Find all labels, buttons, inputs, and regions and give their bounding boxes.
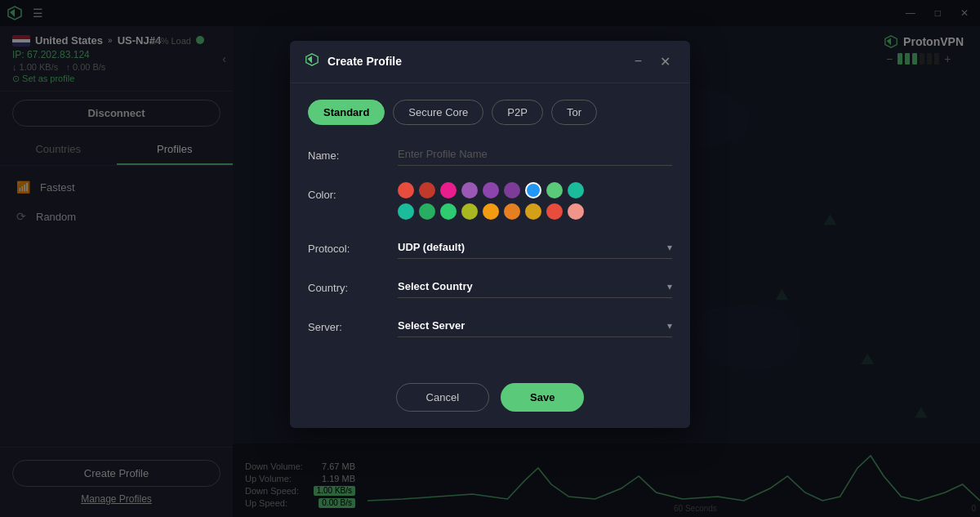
server-select-container: Select Server US-NJ#4 US-NY#1 ▾ (398, 314, 672, 337)
color-swatch-15[interactable] (525, 203, 541, 220)
cancel-button[interactable]: Cancel (396, 383, 489, 412)
modal-header: Create Profile − ✕ (290, 41, 690, 83)
modal-footer: Cancel Save (290, 370, 690, 428)
color-swatches-container (398, 182, 672, 220)
svg-marker-9 (308, 56, 312, 64)
create-profile-modal: Create Profile − ✕ Standard Secure Core … (290, 41, 690, 428)
server-label: Server: (308, 314, 381, 333)
protocol-label: Protocol: (308, 236, 381, 255)
tab-secure-core[interactable]: Secure Core (393, 100, 483, 125)
color-swatch-14[interactable] (504, 203, 520, 220)
name-field-row: Name: (308, 143, 672, 166)
modal-minimize-button[interactable]: − (630, 52, 647, 70)
name-label: Name: (308, 143, 381, 162)
server-field-row: Server: Select Server US-NJ#4 US-NY#1 ▾ (308, 314, 672, 337)
country-select-container: Select Country United States Germany Net… (398, 275, 672, 298)
color-swatch-10[interactable] (419, 203, 435, 220)
color-swatch-12[interactable] (461, 203, 478, 220)
protocol-select-container: UDP (default) TCP IKEv2 ▾ (398, 236, 672, 259)
tab-tor[interactable]: Tor (551, 100, 597, 125)
server-select[interactable]: Select Server US-NJ#4 US-NY#1 (398, 314, 672, 337)
color-swatch-11[interactable] (440, 203, 457, 220)
modal-body: Standard Secure Core P2P Tor Name: Color… (290, 83, 690, 370)
tab-p2p[interactable]: P2P (492, 100, 543, 125)
color-swatch-8[interactable] (568, 182, 584, 198)
color-swatches (398, 182, 586, 220)
color-swatch-1[interactable] (419, 182, 435, 198)
country-select[interactable]: Select Country United States Germany Net… (398, 275, 672, 298)
color-swatch-16[interactable] (546, 203, 563, 220)
color-swatch-3[interactable] (461, 182, 478, 198)
color-field-row: Color: (308, 182, 672, 220)
country-label: Country: (308, 275, 381, 294)
modal-overlay: Create Profile − ✕ Standard Secure Core … (0, 0, 980, 517)
protocol-select[interactable]: UDP (default) TCP IKEv2 (398, 236, 672, 259)
color-label: Color: (308, 182, 381, 201)
save-button[interactable]: Save (501, 383, 584, 412)
color-swatch-6[interactable] (525, 182, 541, 198)
modal-close-button[interactable]: ✕ (655, 52, 675, 71)
color-swatch-4[interactable] (483, 182, 499, 198)
name-input[interactable] (398, 143, 672, 166)
modal-title: Create Profile (327, 55, 621, 68)
tab-standard[interactable]: Standard (308, 100, 385, 125)
modal-logo-icon (305, 52, 319, 70)
color-swatch-7[interactable] (546, 182, 563, 198)
color-swatch-17[interactable] (568, 203, 584, 220)
color-swatch-5[interactable] (504, 182, 520, 198)
profile-type-tabs: Standard Secure Core P2P Tor (308, 100, 672, 125)
color-swatch-2[interactable] (440, 182, 457, 198)
color-swatch-9[interactable] (398, 203, 414, 220)
name-input-container (398, 143, 672, 166)
country-field-row: Country: Select Country United States Ge… (308, 275, 672, 298)
protocol-field-row: Protocol: UDP (default) TCP IKEv2 ▾ (308, 236, 672, 259)
color-swatch-0[interactable] (398, 182, 414, 198)
color-swatch-13[interactable] (483, 203, 499, 220)
